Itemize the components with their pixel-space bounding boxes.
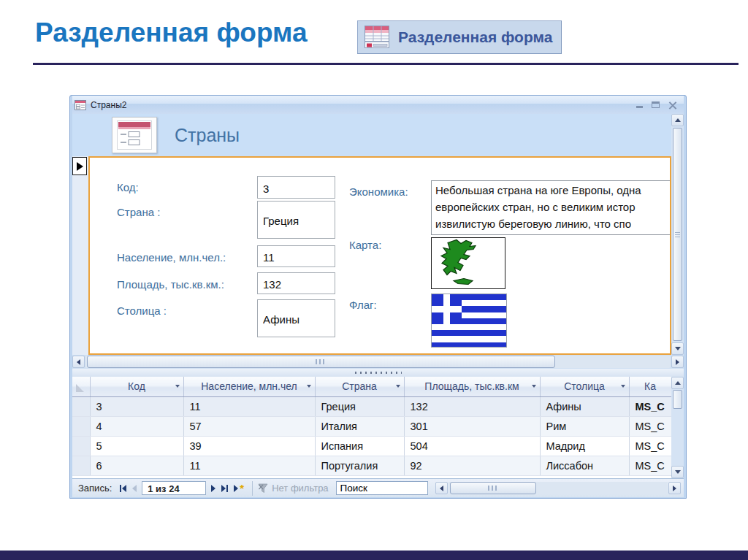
greece-map-icon — [432, 238, 505, 288]
scroll-right-button[interactable] — [671, 356, 684, 368]
row-selector-cell[interactable] — [72, 396, 90, 416]
datasheet-hscroll-track[interactable] — [449, 482, 668, 494]
cell[interactable]: Рим — [540, 416, 629, 436]
cell[interactable]: MS_C — [629, 436, 671, 456]
record-selector[interactable] — [72, 157, 87, 175]
field-label-strana: Страна : — [117, 206, 160, 218]
field-input-stolica[interactable] — [257, 299, 335, 337]
last-record-button[interactable] — [218, 481, 231, 496]
scroll-up-button[interactable] — [671, 114, 684, 126]
column-header-ploshchad[interactable]: Площадь, тыс.кв.км — [404, 377, 540, 396]
cell[interactable]: 11 — [183, 396, 315, 416]
cell[interactable]: 132 — [404, 396, 540, 416]
row-selector-cell[interactable] — [72, 456, 90, 475]
cell[interactable]: 5 — [90, 436, 183, 456]
scroll-right-button[interactable] — [668, 482, 681, 494]
row-selector-cell[interactable] — [72, 436, 90, 456]
table-row[interactable]: 5 39 Испания 504 Мадрид MS_C — [72, 436, 671, 456]
cell[interactable]: 57 — [183, 416, 315, 436]
row-selector-cell[interactable] — [72, 416, 90, 436]
table-row[interactable]: 4 57 Италия 301 Рим MS_C — [72, 416, 671, 436]
greek-flag-cross-icon — [432, 294, 462, 324]
cell[interactable]: 301 — [404, 416, 540, 436]
split-form-splitter[interactable] — [72, 369, 684, 377]
table-row[interactable]: 6 11 Португалия 92 Лиссабон MS_C — [72, 456, 671, 475]
no-filter-button[interactable]: Нет фильтра — [258, 483, 328, 494]
column-dropdown-icon[interactable] — [307, 385, 311, 388]
column-header-stolica[interactable]: Столица — [540, 377, 629, 396]
form-horizontal-scrollbar — [72, 355, 684, 369]
scroll-down-button[interactable] — [671, 466, 684, 478]
scroll-left-button[interactable] — [435, 482, 448, 494]
cell[interactable]: 4 — [90, 416, 183, 436]
record-counter[interactable]: 1 из 24 — [142, 481, 206, 495]
grip-icon — [316, 359, 326, 364]
datasheet-hscroll-thumb[interactable] — [450, 482, 536, 494]
flag-image[interactable] — [431, 294, 507, 348]
last-record-icon — [221, 485, 226, 492]
previous-record-button[interactable] — [129, 481, 140, 496]
map-image[interactable] — [431, 237, 505, 289]
cell[interactable]: Мадрид — [540, 436, 629, 456]
column-dropdown-icon[interactable] — [396, 385, 400, 388]
first-record-icon — [122, 485, 126, 492]
datasheet-header-row: Код Население, млн.чел Страна Площадь, т… — [72, 377, 671, 396]
column-dropdown-icon[interactable] — [532, 385, 536, 388]
field-label-naselenie: Население, млн.чел.: — [117, 251, 226, 264]
column-header-naselenie[interactable]: Население, млн.чел — [183, 377, 315, 396]
cell[interactable]: Греция — [315, 396, 404, 416]
cell[interactable]: 92 — [404, 456, 540, 475]
table-row[interactable]: 3 11 Греция 132 Афины MS_C — [72, 396, 671, 416]
cell[interactable]: 504 — [404, 436, 540, 456]
close-icon[interactable] — [668, 101, 676, 109]
form-vscroll-thumb[interactable] — [673, 128, 682, 341]
scroll-left-button[interactable] — [72, 356, 85, 368]
record-navigation-bar: Запись: 1 из 24 * Нет фильтра — [72, 478, 684, 497]
cell[interactable]: Италия — [315, 416, 404, 436]
column-header-karta[interactable]: Ка — [629, 377, 671, 396]
column-header-strana[interactable]: Страна — [315, 377, 404, 396]
scroll-up-button[interactable] — [671, 377, 684, 389]
cell[interactable]: Афины — [540, 396, 629, 416]
column-dropdown-icon[interactable] — [621, 385, 625, 388]
field-input-strana[interactable] — [257, 201, 335, 239]
cell[interactable]: MS_C — [629, 396, 671, 416]
split-form-button[interactable]: Разделенная форма — [357, 20, 562, 54]
form-hscroll-thumb[interactable] — [87, 356, 555, 368]
next-record-button[interactable] — [208, 481, 218, 496]
economy-line: Небольшая страна на юге Европы, одна — [435, 182, 671, 199]
scroll-down-button[interactable] — [671, 342, 684, 355]
form-detail: Код: Страна : Население, млн.чел.: Площа… — [88, 156, 671, 355]
datasheet-vscroll-thumb[interactable] — [673, 390, 682, 409]
cell[interactable]: Португалия — [315, 456, 404, 475]
column-header-kod[interactable]: Код — [90, 377, 183, 396]
column-dropdown-icon[interactable] — [175, 385, 180, 388]
cell[interactable]: 3 — [90, 396, 183, 416]
new-record-button[interactable]: * — [231, 481, 247, 496]
arrow-right-icon — [676, 359, 679, 365]
cell[interactable]: Лиссабон — [540, 456, 629, 475]
select-all-cell[interactable] — [72, 377, 90, 396]
form-icon — [112, 117, 157, 153]
field-input-kod[interactable] — [257, 176, 335, 199]
arrow-left-icon — [440, 486, 443, 491]
economy-textbox[interactable]: Небольшая страна на юге Европы, одна евр… — [431, 180, 671, 235]
previous-record-icon — [132, 485, 137, 492]
form-header: Страны — [72, 114, 684, 156]
search-input[interactable] — [336, 481, 428, 495]
cell[interactable]: MS_C — [629, 456, 671, 475]
cell[interactable]: 6 — [90, 456, 183, 475]
datasheet: Код Население, млн.чел Страна Площадь, т… — [72, 377, 684, 478]
cell[interactable]: 39 — [183, 436, 315, 456]
field-label-kod: Код: — [117, 181, 139, 193]
field-input-naselenie[interactable] — [257, 245, 335, 267]
restore-icon[interactable] — [652, 101, 660, 108]
minimize-icon[interactable] — [636, 106, 643, 108]
cell[interactable]: MS_C — [629, 416, 671, 436]
field-input-ploshchad[interactable] — [257, 272, 335, 294]
form-hscroll-track[interactable] — [85, 356, 671, 368]
arrow-down-icon — [675, 347, 681, 350]
first-record-button[interactable] — [117, 481, 129, 496]
cell[interactable]: Испания — [315, 436, 404, 456]
cell[interactable]: 11 — [183, 456, 315, 475]
